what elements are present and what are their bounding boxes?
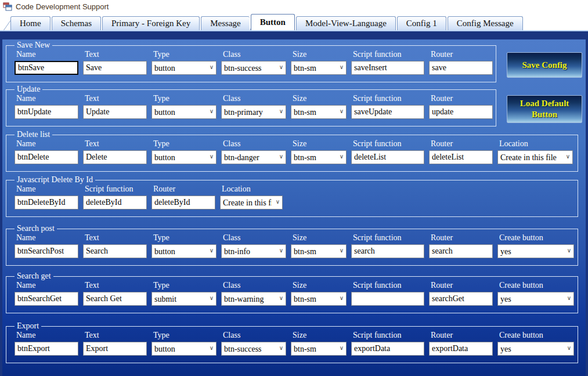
search-post-router-input[interactable] bbox=[429, 244, 493, 258]
tab-config-1[interactable]: Config 1 bbox=[397, 16, 446, 30]
javascript-delete-by-id-router-input[interactable] bbox=[151, 196, 215, 209]
group-search-post: Search postNameTextTypebutton∨Classbtn-i… bbox=[6, 224, 578, 266]
router-label: Router bbox=[153, 185, 215, 194]
search-get-class-select[interactable]: btn-warning bbox=[221, 292, 286, 306]
search-post-create-button-select[interactable]: yes bbox=[497, 244, 574, 258]
javascript-delete-by-id-location-select[interactable]: Create in this fi bbox=[220, 196, 283, 209]
script-function-label: Script function bbox=[353, 50, 424, 59]
group-title: Search post bbox=[15, 224, 57, 233]
load-default-button-button[interactable]: Load Default Button bbox=[507, 95, 582, 123]
javascript-delete-by-id-name-input[interactable] bbox=[15, 196, 78, 209]
delete-list-text-input[interactable] bbox=[83, 150, 147, 164]
router-label: Router bbox=[431, 94, 493, 103]
export-size-select[interactable]: btn-sm bbox=[291, 342, 347, 356]
search-get-size-select[interactable]: btn-sm bbox=[291, 292, 347, 306]
export-class-select[interactable]: btn-success bbox=[221, 342, 286, 356]
group-export: ExportNameTextTypebutton∨Classbtn-succes… bbox=[6, 321, 578, 363]
type-label: Type bbox=[153, 331, 217, 340]
update-type-select[interactable]: button bbox=[151, 105, 217, 119]
type-label: Type bbox=[153, 281, 217, 290]
search-post-size-select[interactable]: btn-sm bbox=[291, 244, 347, 258]
export-name-input[interactable] bbox=[15, 342, 78, 356]
class-label: Class bbox=[223, 139, 286, 149]
tab-message[interactable]: Message bbox=[201, 16, 250, 30]
delete-list-class-select[interactable]: btn-danger bbox=[221, 150, 286, 164]
class-label: Class bbox=[223, 281, 286, 290]
class-label: Class bbox=[223, 331, 286, 340]
size-label: Size bbox=[293, 139, 347, 149]
script-function-label: Script function bbox=[353, 331, 424, 340]
update-router-input[interactable] bbox=[429, 105, 493, 119]
create-button-label: Create button bbox=[499, 233, 574, 243]
save-new-size-select[interactable]: btn-sm bbox=[291, 61, 347, 75]
javascript-delete-by-id-script-function-input[interactable] bbox=[83, 196, 147, 209]
group-title: Delete list bbox=[15, 130, 52, 139]
tab-button[interactable]: Button bbox=[251, 14, 295, 30]
location-label: Location bbox=[222, 185, 283, 194]
tab-model-view-language[interactable]: Model-View-Language bbox=[296, 16, 396, 30]
main-area: Save NewNameTextTypebutton∨Classbtn-succ… bbox=[0, 30, 588, 376]
save-new-text-input[interactable] bbox=[83, 61, 147, 75]
search-get-create-button-select[interactable]: yes bbox=[497, 292, 574, 306]
search-post-script-function-input[interactable] bbox=[351, 244, 424, 258]
tab-config-message[interactable]: Config Message bbox=[448, 16, 523, 30]
tab-bar: HomeSchemasPrimary - Foreign KeyMessageB… bbox=[0, 13, 588, 30]
update-script-function-input[interactable] bbox=[351, 105, 424, 119]
update-text-input[interactable] bbox=[83, 105, 147, 119]
class-label: Class bbox=[223, 94, 286, 103]
search-get-text-input[interactable] bbox=[83, 292, 147, 306]
class-label: Class bbox=[223, 233, 286, 243]
group-save-new: Save NewNameTextTypebutton∨Classbtn-succ… bbox=[6, 41, 496, 82]
type-label: Type bbox=[153, 233, 217, 243]
search-get-name-input[interactable] bbox=[15, 292, 78, 306]
router-label: Router bbox=[431, 331, 493, 340]
search-post-text-input[interactable] bbox=[83, 244, 147, 258]
save-new-type-select[interactable]: button bbox=[151, 61, 217, 75]
delete-list-router-input[interactable] bbox=[429, 150, 493, 164]
router-label: Router bbox=[431, 233, 493, 243]
update-size-select[interactable]: btn-sm bbox=[291, 105, 347, 119]
tab-schemas[interactable]: Schemas bbox=[52, 16, 101, 30]
export-text-input[interactable] bbox=[83, 342, 147, 356]
search-get-script-function-input[interactable] bbox=[351, 292, 424, 306]
script-function-label: Script function bbox=[353, 139, 424, 149]
name-label: Name bbox=[16, 185, 78, 194]
update-name-input[interactable] bbox=[15, 105, 78, 119]
name-label: Name bbox=[16, 233, 78, 243]
size-label: Size bbox=[293, 331, 347, 340]
search-post-name-input[interactable] bbox=[15, 244, 78, 258]
delete-list-size-select[interactable]: btn-sm bbox=[291, 150, 347, 164]
groups-container: Save NewNameTextTypebutton∨Classbtn-succ… bbox=[5, 41, 586, 363]
group-title: Export bbox=[15, 321, 41, 331]
delete-list-script-function-input[interactable] bbox=[351, 150, 424, 164]
app-icon bbox=[3, 2, 12, 11]
delete-list-name-input[interactable] bbox=[15, 150, 78, 164]
delete-list-location-select[interactable]: Create in this file bbox=[497, 150, 573, 164]
export-create-button-select[interactable]: yes bbox=[497, 342, 574, 356]
search-get-type-select[interactable]: submit bbox=[151, 292, 217, 306]
group-title: Update bbox=[15, 85, 42, 94]
save-new-script-function-input[interactable] bbox=[351, 61, 424, 75]
update-class-select[interactable]: btn-primary bbox=[221, 105, 286, 119]
save-new-class-select[interactable]: btn-success bbox=[221, 61, 286, 75]
tab-primary-foreign-key[interactable]: Primary - Foreign Key bbox=[102, 16, 200, 30]
search-post-type-select[interactable]: button bbox=[151, 244, 217, 258]
save-new-router-input[interactable] bbox=[429, 61, 493, 75]
export-script-function-input[interactable] bbox=[351, 342, 424, 356]
router-label: Router bbox=[431, 281, 493, 290]
type-label: Type bbox=[153, 50, 217, 59]
router-label: Router bbox=[431, 139, 493, 149]
save-new-name-input[interactable] bbox=[15, 61, 78, 75]
export-type-select[interactable]: button bbox=[151, 342, 217, 356]
script-function-label: Script function bbox=[353, 233, 424, 243]
search-post-class-select[interactable]: btn-info bbox=[221, 244, 286, 258]
group-title: Save New bbox=[15, 41, 52, 50]
group-title: Search get bbox=[15, 272, 53, 281]
delete-list-type-select[interactable]: button bbox=[151, 150, 217, 164]
export-router-input[interactable] bbox=[429, 342, 493, 356]
save-config-button[interactable]: Save Config bbox=[507, 52, 582, 78]
tab-home[interactable]: Home bbox=[10, 16, 50, 30]
search-get-router-input[interactable] bbox=[429, 292, 493, 306]
class-label: Class bbox=[223, 50, 286, 59]
name-label: Name bbox=[16, 139, 78, 149]
